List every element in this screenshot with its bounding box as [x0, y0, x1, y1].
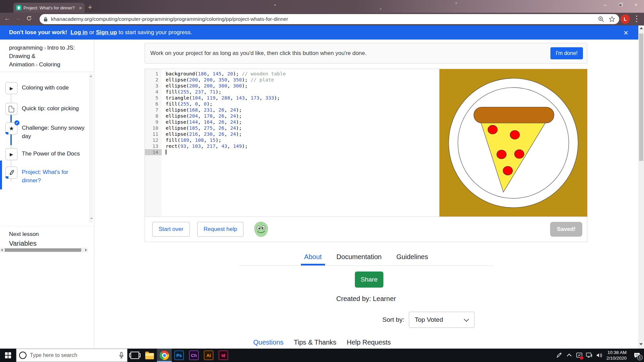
- next-lesson-title[interactable]: Variables: [9, 240, 94, 247]
- code-line[interactable]: ellipse(200, 200, 350, 350); // plate: [166, 77, 439, 83]
- sidebar-hscroll-thumb[interactable]: [5, 248, 81, 252]
- line-number: 14: [145, 149, 162, 155]
- login-banner: Don't lose your work! Log in or Sign up …: [0, 25, 638, 40]
- url-bar[interactable]: khanacademy.org/computing/computer-progr…: [40, 14, 619, 24]
- next-lesson-block[interactable]: Next lesson Variables: [0, 226, 94, 247]
- breadcrumb-part[interactable]: programming: [9, 45, 43, 51]
- next-lesson-label: Next lesson: [9, 231, 94, 238]
- sidebar-scroll-down-arrow[interactable]: [91, 218, 93, 219]
- sidebar-item-label: Coloring with code: [22, 82, 69, 92]
- line-number: 3: [145, 83, 162, 89]
- window-minimize-button[interactable]: –: [600, 2, 610, 8]
- tray-expand-icon[interactable]: [564, 349, 574, 362]
- taskbar-clock[interactable]: 10:38 AM 2/10/2020: [606, 350, 627, 361]
- browser-menu-icon[interactable]: •••: [635, 15, 638, 23]
- new-tab-button[interactable]: +: [88, 3, 92, 12]
- window-restore-button[interactable]: [615, 1, 626, 8]
- code-line[interactable]: ellipse(216, 230, 26, 24);: [166, 131, 439, 137]
- sort-dropdown[interactable]: Top Voted: [409, 312, 475, 328]
- sidebar-item-coloring-with-code[interactable]: ▶Coloring with code: [5, 82, 86, 94]
- windows-logo-icon: [5, 352, 11, 358]
- sidebar-item-label: Project: What's for dinner?: [22, 167, 86, 185]
- code-line[interactable]: background(186, 145, 20); // wooden tabl…: [166, 71, 439, 77]
- sidebar-scroll-up-arrow[interactable]: [90, 75, 92, 77]
- request-help-button[interactable]: Request help: [197, 222, 244, 237]
- line-number: 9: [145, 119, 162, 125]
- code-line[interactable]: ellipse(185, 275, 26, 24);: [166, 125, 439, 131]
- banner-close-icon[interactable]: ×: [624, 28, 628, 38]
- sidebar-scrollbar[interactable]: [89, 73, 93, 223]
- sidebar-scroll-right-arrow[interactable]: [85, 249, 87, 251]
- canvas-pizza-graphic: [439, 69, 587, 217]
- illustrator-icon[interactable]: Ai: [201, 349, 216, 362]
- tab-documentation[interactable]: Documentation: [336, 253, 382, 265]
- project-instruction: Work on your project for as long as you'…: [150, 50, 550, 57]
- line-number: 4: [145, 89, 162, 95]
- forward-icon[interactable]: →: [15, 15, 21, 22]
- indesign-icon[interactable]: Id: [216, 349, 231, 362]
- back-icon[interactable]: ←: [4, 15, 10, 22]
- code-line[interactable]: [166, 149, 439, 155]
- code-line[interactable]: ellipse(200, 200, 300, 300);: [166, 83, 439, 89]
- file-explorer-icon[interactable]: [142, 349, 157, 362]
- code-line[interactable]: rect(93, 103, 217, 43, 149);: [166, 143, 439, 149]
- desktop: Project: What's for dinner? | Colo × + –…: [0, 0, 644, 362]
- refresh-icon[interactable]: [26, 15, 32, 21]
- scroll-up-arrow[interactable]: [640, 27, 643, 29]
- log-in-link[interactable]: Log in: [70, 29, 88, 36]
- line-number: 5: [145, 95, 162, 101]
- code-line[interactable]: ellipse(168, 231, 26, 24);: [166, 107, 439, 113]
- zoom-icon[interactable]: [598, 16, 604, 22]
- feedback-tab-questions[interactable]: Questions: [253, 339, 283, 346]
- bookmark-star-icon[interactable]: [609, 16, 615, 22]
- browser-tab[interactable]: Project: What's for dinner? | Colo ×: [13, 3, 85, 13]
- microphone-icon[interactable]: [119, 352, 124, 359]
- network-icon[interactable]: [584, 349, 594, 362]
- code-line[interactable]: ellipse(204, 178, 26, 24);: [166, 113, 439, 119]
- window-close-button[interactable]: ×: [631, 2, 641, 8]
- taskbar-search[interactable]: Type here to search: [16, 349, 127, 362]
- start-button[interactable]: [0, 349, 16, 362]
- sign-up-link[interactable]: Sign up: [96, 29, 117, 36]
- tab-about[interactable]: About: [304, 253, 322, 265]
- volume-icon[interactable]: [594, 349, 604, 362]
- lock-icon: [44, 17, 48, 22]
- breadcrumb-part[interactable]: Coloring: [39, 61, 60, 68]
- code-lines[interactable]: background(186, 145, 20); // wooden tabl…: [162, 69, 439, 217]
- sidebar-hscrollbar[interactable]: [0, 248, 88, 252]
- tab-guidelines[interactable]: Guidelines: [396, 253, 428, 265]
- chrome-taskbar-icon[interactable]: [157, 349, 172, 362]
- page-scrollbar[interactable]: [638, 25, 644, 349]
- pen-icon[interactable]: [554, 349, 564, 362]
- scrollbar-thumb[interactable]: [639, 34, 643, 161]
- sidebar-item-quick-tip-color-picking[interactable]: Quick tip: color picking: [5, 103, 86, 115]
- photoshop-icon[interactable]: Ps: [172, 349, 186, 362]
- app-notification-icon[interactable]: [574, 349, 584, 362]
- task-view-icon[interactable]: [127, 349, 142, 362]
- share-button[interactable]: Share: [355, 272, 383, 288]
- action-center-icon[interactable]: 1: [630, 349, 644, 362]
- code-line[interactable]: fill(255, 237, 71);: [166, 89, 439, 95]
- feedback-tab-help-requests[interactable]: Help Requests: [347, 339, 391, 346]
- url-text: khanacademy.org/computing/computer-progr…: [51, 16, 593, 22]
- tab-close-icon[interactable]: ×: [79, 5, 82, 10]
- code-line[interactable]: fill(255, 0, 0);: [166, 101, 439, 107]
- character-animator-icon[interactable]: Ch: [186, 349, 201, 362]
- code-line[interactable]: ellipse(144, 164, 26, 24);: [166, 119, 439, 125]
- output-canvas[interactable]: [439, 69, 587, 217]
- completed-check-icon: ✓: [14, 120, 19, 125]
- mascot-icon[interactable]: [252, 221, 270, 238]
- feedback-tab-tips-thanks[interactable]: Tips & Thanks: [294, 339, 336, 346]
- breadcrumb[interactable]: programming›Intro to JS: Drawing & Anima…: [9, 44, 83, 69]
- code-line[interactable]: fill(189, 108, 15);: [166, 137, 439, 143]
- code-editor[interactable]: 1234567891011121314 background(186, 145,…: [145, 69, 439, 217]
- start-over-button[interactable]: Start over: [152, 222, 190, 237]
- im-done-button[interactable]: I'm done!: [550, 47, 583, 59]
- sidebar-item-project-what-s-for-dinner[interactable]: Project: What's for dinner?: [5, 167, 86, 185]
- sidebar-item-challenge-sunny-snowy-day[interactable]: ★✓Challenge: Sunny snowy day: [5, 122, 86, 140]
- sidebar-item-the-power-of-the-docs[interactable]: ▶The Power of the Docs: [5, 148, 86, 160]
- code-line[interactable]: triangle(104, 119, 288, 143, 173, 333);: [166, 95, 439, 101]
- sidebar-scroll-left-arrow[interactable]: [1, 249, 3, 251]
- profile-avatar[interactable]: L: [621, 14, 630, 24]
- scroll-down-arrow[interactable]: [639, 343, 643, 345]
